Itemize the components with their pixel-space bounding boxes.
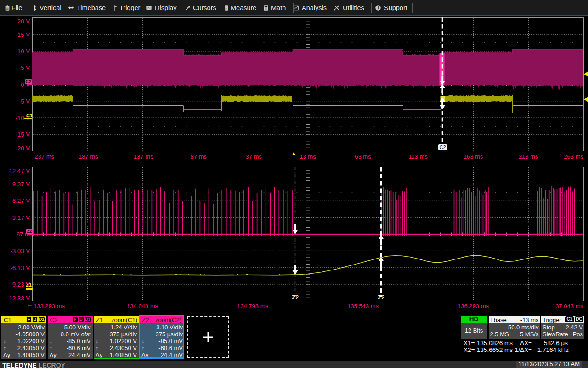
- svg-text:Z2: Z2: [293, 294, 299, 300]
- svg-text:C2: C2: [439, 144, 446, 150]
- svg-text:Z2: Z2: [379, 294, 384, 300]
